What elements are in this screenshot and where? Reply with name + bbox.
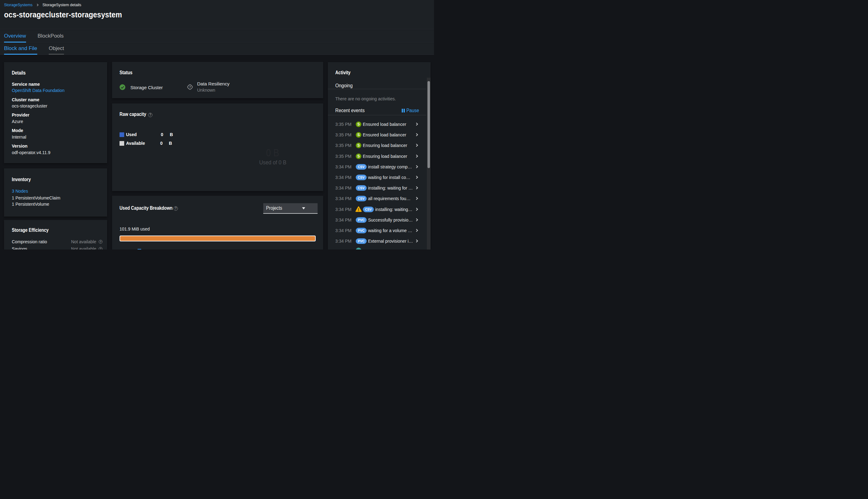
svg-text:?: ? bbox=[189, 85, 191, 89]
